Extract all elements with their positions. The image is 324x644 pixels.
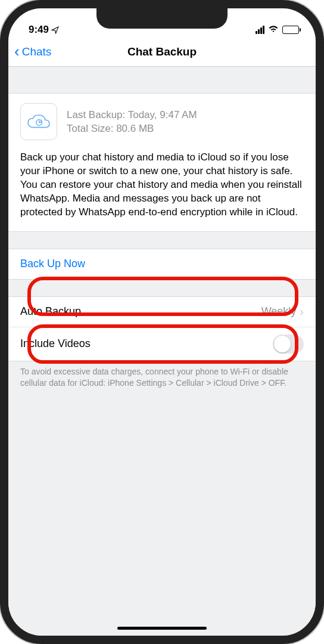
footer-note: To avoid excessive data charges, connect…	[8, 361, 316, 401]
include-videos-label: Include Videos	[20, 338, 91, 350]
cellular-signal-icon	[256, 26, 264, 34]
home-indicator[interactable]	[117, 627, 207, 630]
location-arrow-icon	[51, 26, 59, 34]
chevron-left-icon: ‹	[14, 44, 20, 59]
auto-backup-label: Auto Backup	[20, 305, 81, 318]
wifi-icon	[268, 24, 279, 36]
back-label: Chats	[22, 45, 52, 58]
last-backup-label: Last Backup: Today, 9:47 AM	[67, 109, 197, 122]
backup-summary-card: Last Backup: Today, 9:47 AM Total Size: …	[8, 93, 316, 232]
include-videos-toggle[interactable]	[273, 335, 304, 354]
auto-backup-value: Weekly	[261, 305, 297, 318]
backup-description: Back up your chat history and media to i…	[20, 151, 304, 219]
back-button[interactable]: ‹ Chats	[14, 44, 51, 60]
cloud-backup-icon	[20, 103, 57, 140]
include-videos-row: Include Videos	[8, 327, 316, 361]
battery-icon	[282, 26, 299, 34]
back-up-now-label: Back Up Now	[20, 258, 85, 270]
auto-backup-row[interactable]: Auto Backup Weekly ›	[8, 297, 316, 327]
total-size-label: Total Size: 80.6 MB	[67, 122, 197, 136]
chevron-right-icon: ›	[300, 305, 304, 318]
notch	[96, 8, 228, 29]
back-up-now-button[interactable]: Back Up Now	[8, 249, 316, 279]
page-title: Chat Backup	[127, 45, 197, 58]
status-time: 9:49	[29, 24, 49, 36]
nav-bar: ‹ Chats Chat Backup	[8, 37, 316, 67]
